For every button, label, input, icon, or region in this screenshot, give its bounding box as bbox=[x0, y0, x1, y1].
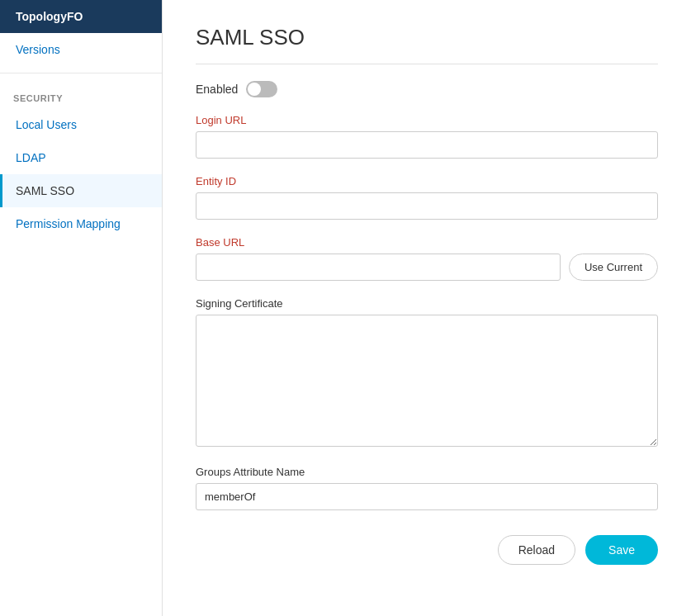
entity-id-label: Entity ID bbox=[196, 175, 658, 187]
groups-attribute-row: Groups Attribute Name bbox=[196, 466, 658, 510]
save-button[interactable]: Save bbox=[585, 535, 658, 565]
groups-attribute-label: Groups Attribute Name bbox=[196, 466, 658, 478]
toggle-slider bbox=[246, 81, 277, 97]
entity-id-input[interactable] bbox=[196, 192, 658, 220]
page-title: SAML SSO bbox=[196, 25, 658, 64]
entity-id-row: Entity ID bbox=[196, 175, 658, 220]
signing-certificate-row: Signing Certificate bbox=[196, 297, 658, 449]
sidebar-divider-1 bbox=[0, 73, 162, 73]
sidebar-item-permission-mapping[interactable]: Permission Mapping bbox=[0, 207, 162, 240]
sidebar-item-ldap[interactable]: LDAP bbox=[0, 141, 162, 174]
form-section: Enabled Login URL Entity ID Base URL Use… bbox=[196, 81, 658, 565]
sidebar-item-topology[interactable]: TopologyFO bbox=[0, 0, 162, 33]
sidebar-item-local-users[interactable]: Local Users bbox=[0, 108, 162, 141]
enabled-row: Enabled bbox=[196, 81, 658, 97]
sidebar-section-security: SECURITY bbox=[0, 80, 162, 108]
sidebar: TopologyFO Versions SECURITY Local Users… bbox=[0, 0, 163, 616]
sidebar-versions-label: Versions bbox=[16, 43, 60, 56]
sidebar-topology-extra: FO bbox=[67, 10, 83, 23]
login-url-input[interactable] bbox=[196, 131, 658, 159]
sidebar-permission-mapping-label: Permission Mapping bbox=[16, 217, 121, 230]
main-content: SAML SSO Enabled Login URL Entity ID Bas… bbox=[163, 0, 691, 616]
signing-certificate-label: Signing Certificate bbox=[196, 297, 658, 310]
sidebar-saml-sso-label: SAML SSO bbox=[16, 184, 74, 197]
base-url-input-row: Use Current bbox=[196, 254, 658, 281]
sidebar-ldap-label: LDAP bbox=[16, 151, 46, 164]
enabled-label: Enabled bbox=[196, 83, 238, 96]
sidebar-topology-label: Topology bbox=[16, 10, 67, 23]
login-url-row: Login URL bbox=[196, 114, 658, 159]
enabled-toggle[interactable] bbox=[246, 81, 277, 97]
sidebar-local-users-label: Local Users bbox=[16, 118, 77, 131]
login-url-label: Login URL bbox=[196, 114, 658, 126]
footer-buttons: Reload Save bbox=[196, 535, 658, 565]
reload-button[interactable]: Reload bbox=[498, 535, 575, 565]
sidebar-item-versions[interactable]: Versions bbox=[0, 33, 162, 66]
groups-attribute-input[interactable] bbox=[196, 483, 658, 510]
base-url-row: Base URL Use Current bbox=[196, 236, 658, 281]
signing-certificate-textarea[interactable] bbox=[196, 315, 658, 447]
use-current-button[interactable]: Use Current bbox=[569, 254, 658, 281]
sidebar-item-saml-sso[interactable]: SAML SSO bbox=[0, 174, 162, 207]
base-url-input[interactable] bbox=[196, 254, 561, 281]
base-url-label: Base URL bbox=[196, 236, 658, 249]
